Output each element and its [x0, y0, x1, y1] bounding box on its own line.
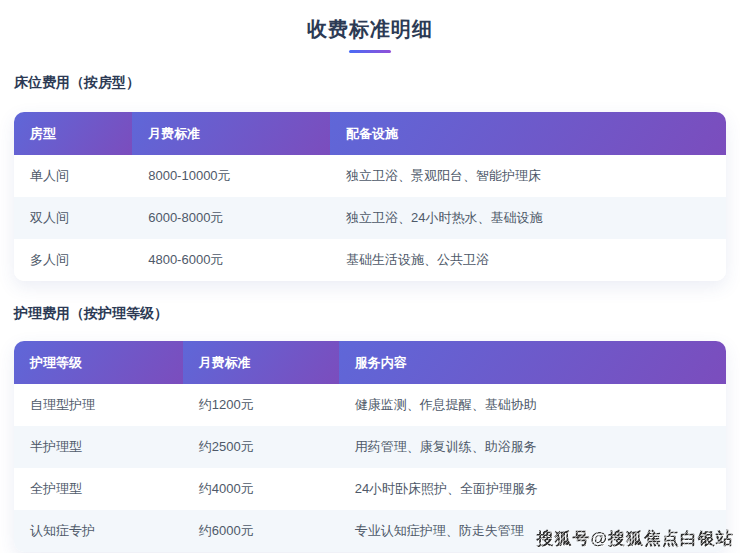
content-area: 床位费用（按房型） 房型 月费标准 配备设施 单人间 8000-10000元 独…: [0, 74, 740, 552]
column-header-monthly-fee: 月费标准: [132, 112, 330, 155]
table-row: 半护理型 约2500元 用药管理、康复训练、助浴服务: [14, 426, 726, 468]
cell-care-level: 全护理型: [14, 468, 183, 510]
title-underline-decoration: [349, 50, 391, 53]
column-header-facilities: 配备设施: [330, 112, 726, 155]
column-header-services: 服务内容: [339, 341, 726, 384]
section-heading-care-fees: 护理费用（按护理等级）: [14, 305, 726, 323]
bed-fee-table: 房型 月费标准 配备设施 单人间 8000-10000元 独立卫浴、景观阳台、智…: [14, 112, 726, 281]
cell-facilities: 独立卫浴、景观阳台、智能护理床: [330, 155, 726, 197]
cell-room-type: 多人间: [14, 239, 132, 281]
cell-care-level: 认知症专护: [14, 510, 183, 552]
cell-services: 24小时卧床照护、全面护理服务: [339, 468, 726, 510]
cell-facilities: 独立卫浴、24小时热水、基础设施: [330, 197, 726, 239]
column-header-room-type: 房型: [14, 112, 132, 155]
care-fee-table: 护理等级 月费标准 服务内容 自理型护理 约1200元 健康监测、作息提醒、基础…: [14, 341, 726, 552]
cell-monthly-fee: 4800-6000元: [132, 239, 330, 281]
cell-monthly-fee: 约1200元: [183, 384, 339, 426]
cell-monthly-fee: 6000-8000元: [132, 197, 330, 239]
cell-care-level: 半护理型: [14, 426, 183, 468]
table-header-row: 护理等级 月费标准 服务内容: [14, 341, 726, 384]
cell-facilities: 基础生活设施、公共卫浴: [330, 239, 726, 281]
table-row: 多人间 4800-6000元 基础生活设施、公共卫浴: [14, 239, 726, 281]
table-row: 双人间 6000-8000元 独立卫浴、24小时热水、基础设施: [14, 197, 726, 239]
cell-monthly-fee: 约4000元: [183, 468, 339, 510]
cell-services: 用药管理、康复训练、助浴服务: [339, 426, 726, 468]
page-title: 收费标准明细: [0, 0, 740, 43]
table-row: 单人间 8000-10000元 独立卫浴、景观阳台、智能护理床: [14, 155, 726, 197]
cell-monthly-fee: 约2500元: [183, 426, 339, 468]
cell-room-type: 双人间: [14, 197, 132, 239]
column-header-care-level: 护理等级: [14, 341, 183, 384]
sohu-watermark: 搜狐号@搜狐焦点白银站: [536, 527, 734, 550]
cell-services: 健康监测、作息提醒、基础协助: [339, 384, 726, 426]
column-header-monthly-fee: 月费标准: [183, 341, 339, 384]
cell-room-type: 单人间: [14, 155, 132, 197]
table-row: 自理型护理 约1200元 健康监测、作息提醒、基础协助: [14, 384, 726, 426]
cell-care-level: 自理型护理: [14, 384, 183, 426]
table-header-row: 房型 月费标准 配备设施: [14, 112, 726, 155]
cell-monthly-fee: 约6000元: [183, 510, 339, 552]
section-heading-bed-fees: 床位费用（按房型）: [14, 74, 726, 92]
cell-monthly-fee: 8000-10000元: [132, 155, 330, 197]
page: 收费标准明细 床位费用（按房型） 房型 月费标准 配备设施 单人间 8000-1…: [0, 0, 740, 553]
table-row: 全护理型 约4000元 24小时卧床照护、全面护理服务: [14, 468, 726, 510]
